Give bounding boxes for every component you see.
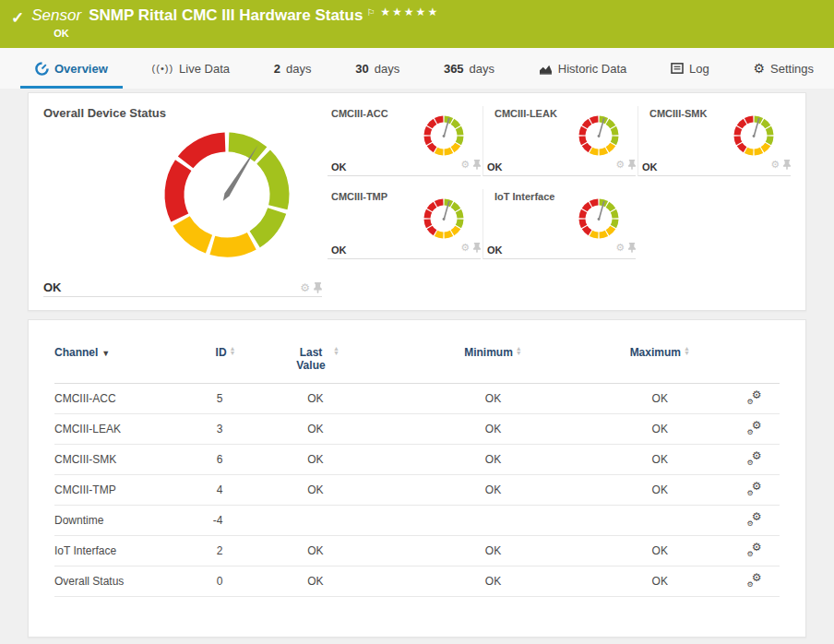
sort-icon[interactable]: ▲▼ — [516, 346, 522, 355]
pin-icon[interactable] — [628, 160, 636, 170]
maximum-cell: OK — [591, 536, 729, 566]
minimum-cell: OK — [395, 536, 590, 566]
channel-gauges-grid: CMCIII-ACCOK⚙CMCIII-LEAKOK⚙CMCIII-SMKOK⚙… — [328, 106, 791, 297]
channel-settings-gears-icon[interactable]: ⚙⚙ — [746, 574, 761, 587]
maximum-cell: OK — [591, 475, 729, 506]
log-icon — [671, 63, 684, 74]
tab-settings[interactable]: ⚙Settings — [745, 48, 821, 89]
tab-overview[interactable]: Overview — [28, 48, 115, 89]
gear-icon[interactable]: ⚙ — [300, 281, 310, 294]
flag-icon: ⚐ — [366, 3, 375, 23]
channel-gauge-status: OK — [642, 161, 658, 173]
table-row: CMCIII-SMK6OKOKOK⚙⚙ — [54, 445, 780, 475]
table-row: IoT Interface2OKOKOK⚙⚙ — [54, 536, 780, 566]
channel-gauge-card-cmciii-smk: CMCIII-SMKOK⚙ — [637, 106, 791, 176]
sort-icon[interactable]: ▲▼ — [684, 346, 690, 355]
last-value-cell — [235, 506, 395, 536]
status-check-icon: ✓ — [11, 8, 24, 28]
id-cell: 5 — [192, 384, 235, 414]
channels-table: Channel▼ID▲▼Last Value▲▼Minimum▲▼Maximum… — [54, 346, 780, 597]
channel-settings-gears-icon[interactable]: ⚙⚙ — [746, 483, 761, 495]
channel-gauge — [575, 112, 623, 160]
gear-icon[interactable]: ⚙ — [460, 159, 470, 171]
minimum-cell: OK — [395, 566, 590, 597]
gauge-status-label: OK — [43, 280, 62, 294]
sort-icon[interactable]: ▲▼ — [333, 346, 340, 355]
channel-name-cell: Downtime — [54, 506, 192, 536]
channel-settings-gears-icon[interactable]: ⚙⚙ — [746, 543, 761, 556]
gear-icon: ⚙ — [753, 61, 765, 76]
channel-name-cell: CMCIII-SMK — [54, 445, 192, 475]
id-cell: -4 — [192, 506, 235, 536]
minimum-cell: OK — [395, 475, 590, 506]
table-row: Downtime-4⚙⚙ — [54, 506, 780, 536]
id-cell: 2 — [192, 536, 235, 566]
overall-status-gauge — [153, 121, 301, 268]
card-title: Overall Device Status — [43, 106, 322, 120]
id-cell: 0 — [192, 566, 235, 597]
gear-icon[interactable]: ⚙ — [460, 242, 470, 254]
tab-live-data[interactable]: ((•))Live Data — [145, 48, 237, 89]
channel-name-cell: CMCIII-LEAK — [54, 414, 192, 445]
maximum-cell: OK — [591, 414, 729, 445]
minimum-cell: OK — [395, 445, 590, 475]
column-header-last-value[interactable]: Last Value▲▼ — [235, 346, 395, 384]
column-header-channel[interactable]: Channel▼ — [54, 346, 192, 384]
pin-icon[interactable] — [783, 160, 791, 170]
overall-status-card: Overall Device Status OK ⚙ — [43, 106, 322, 297]
last-value-cell: OK — [235, 384, 395, 414]
sort-icon[interactable]: ▲▼ — [230, 346, 236, 355]
sensor-header: ✓ Sensor SNMP Rittal CMC III Hardware St… — [0, 0, 834, 48]
tab-days-30[interactable]: 30days — [348, 48, 407, 89]
broadcast-icon: ((•)) — [152, 63, 174, 74]
channel-gauge — [420, 195, 468, 243]
gauge-icon — [35, 62, 49, 76]
channel-name-cell: Overall Status — [54, 566, 192, 597]
gear-icon[interactable]: ⚙ — [770, 159, 780, 171]
channels-panel: Channel▼ID▲▼Last Value▲▼Minimum▲▼Maximum… — [28, 319, 806, 638]
channel-name-cell: IoT Interface — [54, 536, 192, 566]
gear-icon[interactable]: ⚙ — [615, 242, 625, 254]
channel-gauge-status: OK — [331, 244, 347, 256]
pin-icon[interactable] — [628, 243, 636, 253]
minimum-cell: OK — [395, 414, 590, 445]
channel-name-cell: CMCIII-TMP — [54, 475, 192, 506]
tab-historic-data[interactable]: Historic Data — [531, 48, 634, 89]
object-kind-label: Sensor — [31, 6, 81, 26]
pin-icon[interactable] — [473, 243, 481, 253]
tab-days-365[interactable]: 365days — [436, 48, 502, 89]
sensor-status-label: OK — [54, 28, 69, 39]
gear-icon[interactable]: ⚙ — [615, 159, 625, 171]
column-header-minimum[interactable]: Minimum▲▼ — [395, 346, 590, 384]
last-value-cell: OK — [235, 445, 395, 475]
table-row: CMCIII-TMP4OKOKOK⚙⚙ — [54, 475, 780, 506]
channel-gauge — [730, 112, 778, 160]
maximum-cell — [591, 506, 729, 536]
column-header-maximum[interactable]: Maximum▲▼ — [591, 346, 729, 384]
last-value-cell: OK — [235, 414, 395, 445]
last-value-cell: OK — [235, 475, 395, 506]
chart-icon — [539, 63, 553, 75]
sort-desc-icon[interactable]: ▼ — [101, 349, 110, 358]
channel-gauge-card-iot-interface: IoT InterfaceOK⚙ — [483, 189, 636, 259]
table-row: CMCIII-LEAK3OKOKOK⚙⚙ — [54, 414, 780, 445]
channel-gauge — [575, 195, 623, 243]
table-row: CMCIII-ACC5OKOKOK⚙⚙ — [54, 384, 780, 414]
priority-stars[interactable]: ★★★★★ — [380, 2, 439, 22]
channel-gauge-card-cmciii-tmp: CMCIII-TMPOK⚙ — [328, 189, 481, 259]
channel-settings-gears-icon[interactable]: ⚙⚙ — [746, 391, 761, 404]
column-header-id[interactable]: ID▲▼ — [192, 346, 235, 384]
pin-icon[interactable] — [314, 282, 322, 293]
pin-icon[interactable] — [473, 160, 481, 170]
maximum-cell: OK — [591, 566, 729, 597]
tab-log[interactable]: Log — [663, 48, 717, 89]
id-cell: 6 — [192, 445, 235, 475]
channel-gauge-card-cmciii-acc: CMCIII-ACCOK⚙ — [328, 106, 481, 176]
minimum-cell — [395, 506, 590, 536]
channel-settings-gears-icon[interactable]: ⚙⚙ — [746, 452, 761, 465]
id-cell: 3 — [192, 414, 235, 445]
tab-days-2[interactable]: 2days — [267, 48, 319, 89]
tab-bar: Overview((•))Live Data2days30days365days… — [0, 48, 834, 89]
channel-settings-gears-icon[interactable]: ⚙⚙ — [746, 422, 761, 435]
channel-settings-gears-icon[interactable]: ⚙⚙ — [746, 513, 761, 526]
